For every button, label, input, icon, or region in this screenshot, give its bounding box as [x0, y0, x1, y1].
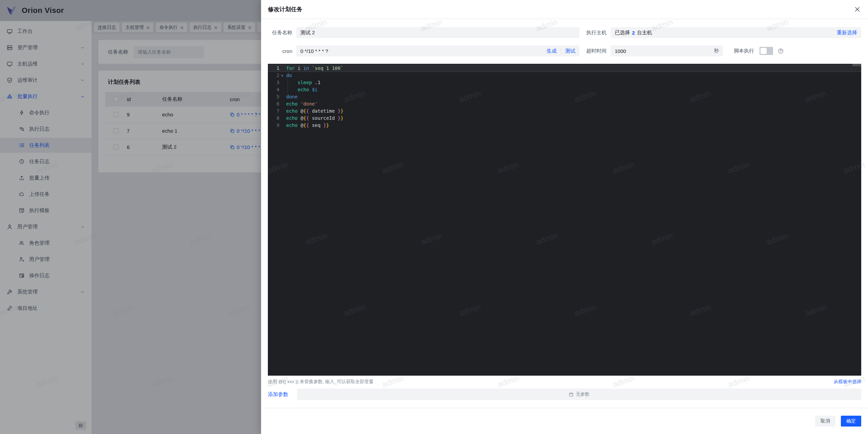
cron-label: cron — [268, 48, 292, 54]
cron-input[interactable] — [296, 45, 547, 56]
hosts-count: 2 — [632, 30, 635, 36]
cron-input-wrap: 生成 测试 — [296, 45, 579, 56]
cancel-button[interactable]: 取消 — [815, 416, 835, 427]
code-line[interactable]: 8echo @{{ sourceId }} — [268, 115, 861, 122]
cron-test-link[interactable]: 测试 — [565, 48, 575, 54]
drawer-title: 修改计划任务 — [268, 5, 302, 13]
code-line[interactable]: 7echo @{{ datetime }} — [268, 108, 861, 115]
script-exec-label: 脚本执行 — [734, 48, 754, 54]
no-param-text: 无参数 — [576, 391, 590, 397]
code-line[interactable]: 2∨do — [268, 72, 861, 79]
edit-task-drawer: 修改计划任务 任务名称 执行主机 已选择 2 台主机 重新选择 cron — [261, 0, 868, 434]
drawer-header: 修改计划任务 — [261, 0, 868, 19]
help-icon[interactable] — [778, 48, 784, 54]
code-line[interactable]: 4 echo $i — [268, 86, 861, 93]
code-editor-lines: 1for i in `seq 1 100`2∨do3 sleep .14 ech… — [268, 64, 861, 129]
timeout-label: 超时时间 — [582, 48, 607, 54]
code-line[interactable]: 9echo @{{ seq }} — [268, 122, 861, 129]
code-line[interactable]: 3 sleep .1 — [268, 79, 861, 86]
hosts-suffix: 台主机 — [637, 30, 652, 36]
timeout-input[interactable] — [611, 45, 714, 56]
drawer-footer: 取消 确定 — [261, 408, 868, 434]
drawer-body: 任务名称 执行主机 已选择 2 台主机 重新选择 cron 生成 — [261, 27, 868, 400]
indent-guide — [288, 79, 288, 93]
selected-hosts-display: 已选择 2 台主机 重新选择 — [611, 27, 861, 38]
cron-generate-link[interactable]: 生成 — [547, 48, 557, 54]
reselect-hosts-link[interactable]: 重新选择 — [837, 30, 857, 36]
timeout-unit: 秒 — [714, 48, 723, 54]
timeout-input-wrap: 秒 — [611, 45, 723, 56]
divider — [561, 49, 561, 53]
code-editor[interactable]: 1for i in `seq 1 100`2∨do3 sleep .14 ech… — [268, 64, 861, 376]
code-line[interactable]: 6echo 'done' — [268, 100, 861, 108]
editor-scrollbar-thumb[interactable] — [852, 64, 861, 66]
close-icon — [855, 7, 860, 12]
from-template-link[interactable]: 从模板中选择 — [834, 379, 861, 385]
add-param-link[interactable]: 添加参数 — [268, 391, 288, 398]
fold-chevron-icon: ∨ — [279, 72, 285, 79]
code-line[interactable]: 1for i in `seq 1 100` — [268, 65, 861, 72]
script-exec-toggle[interactable] — [760, 47, 773, 55]
hosts-prefix: 已选择 — [615, 30, 630, 36]
task-name-label: 任务名称 — [268, 30, 292, 36]
ok-button[interactable]: 确定 — [841, 416, 861, 427]
toggle-knob — [761, 48, 767, 54]
no-param-empty-state: 无参数 — [297, 389, 861, 400]
task-name-input[interactable] — [296, 27, 579, 38]
code-line[interactable]: 5done — [268, 93, 861, 100]
drawer-close-button[interactable] — [853, 5, 861, 13]
exec-hosts-label: 执行主机 — [582, 30, 607, 36]
empty-box-icon — [569, 392, 574, 397]
param-hint-text: 使用 @{{ xxx }} 来替换参数, 输入_可以获取全部变量 — [268, 379, 374, 385]
